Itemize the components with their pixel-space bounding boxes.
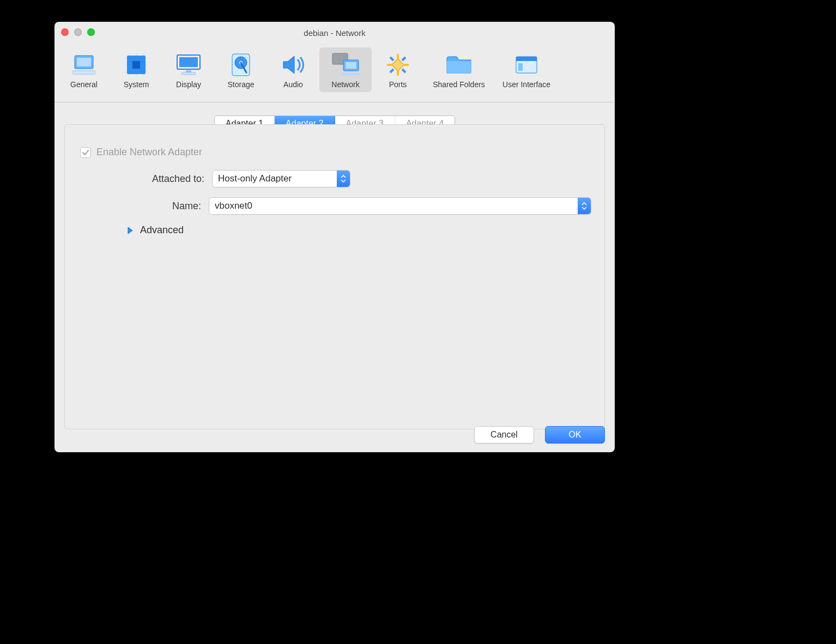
select-arrows-icon <box>578 198 591 214</box>
toolbar-item-storage[interactable]: Storage <box>215 47 267 92</box>
svg-rect-27 <box>341 73 361 75</box>
toolbar-item-network[interactable]: Network <box>319 47 372 92</box>
svg-rect-2 <box>72 71 95 74</box>
name-row: Name: vboxnet0 <box>78 197 591 215</box>
system-icon <box>110 51 162 79</box>
window-title: debian - Network <box>304 28 365 38</box>
adapter-panel: Enable Network Adapter Attached to: Host… <box>64 124 605 429</box>
toolbar-label: Display <box>162 80 215 89</box>
svg-rect-4 <box>132 61 140 69</box>
name-value: vboxnet0 <box>209 201 578 211</box>
toolbar-item-display[interactable]: Display <box>162 47 215 92</box>
name-select[interactable]: vboxnet0 <box>209 197 591 215</box>
advanced-toggle[interactable]: Advanced <box>127 224 591 236</box>
svg-rect-19 <box>186 70 191 72</box>
svg-rect-18 <box>179 57 198 67</box>
attached-to-value: Host-only Adapter <box>213 173 337 184</box>
toolbar-item-system[interactable]: System <box>110 47 162 92</box>
enable-adapter-checkbox[interactable] <box>80 147 91 158</box>
toolbar-item-audio[interactable]: Audio <box>267 47 319 92</box>
svg-rect-31 <box>516 57 537 61</box>
select-arrows-icon <box>337 171 350 187</box>
toolbar-item-general[interactable]: General <box>58 47 110 92</box>
toolbar-label: Audio <box>267 80 319 89</box>
general-icon <box>58 51 110 79</box>
name-label: Name: <box>78 201 209 212</box>
advanced-label: Advanced <box>140 224 184 236</box>
user-interface-icon <box>494 51 559 79</box>
minimize-button[interactable] <box>74 28 82 36</box>
attached-to-label: Attached to: <box>78 173 212 185</box>
toolbar-item-shared-folders[interactable]: Shared Folders <box>424 47 494 92</box>
audio-icon <box>267 51 319 79</box>
category-toolbar: General System Display Storage Audio <box>54 44 615 102</box>
svg-rect-20 <box>181 72 196 75</box>
toolbar-label: System <box>110 80 162 89</box>
shared-folders-icon <box>424 51 494 79</box>
display-icon <box>162 51 215 79</box>
toolbar-label: Shared Folders <box>424 80 494 89</box>
titlebar: debian - Network <box>54 22 615 44</box>
attached-to-select[interactable]: Host-only Adapter <box>212 170 350 187</box>
zoom-button[interactable] <box>87 28 95 36</box>
close-button[interactable] <box>61 28 69 36</box>
attached-to-row: Attached to: Host-only Adapter <box>78 170 591 187</box>
adapter-form: Attached to: Host-only Adapter Name: <box>78 170 591 236</box>
storage-icon <box>215 51 267 79</box>
enable-adapter-row: Enable Network Adapter <box>80 147 591 158</box>
content-area: Adapter 1 Adapter 2 Adapter 3 Adapter 4 … <box>54 102 615 439</box>
toolbar-label: Ports <box>372 80 424 89</box>
svg-rect-26 <box>346 62 356 69</box>
dialog-footer: Cancel OK <box>474 426 605 443</box>
window-controls <box>61 28 95 36</box>
toolbar-item-user-interface[interactable]: User Interface <box>494 47 559 92</box>
checkmark-icon <box>82 149 89 156</box>
cancel-button[interactable]: Cancel <box>474 426 534 443</box>
enable-adapter-label: Enable Network Adapter <box>96 147 202 158</box>
network-icon <box>319 51 372 79</box>
toolbar-label: User Interface <box>494 80 559 89</box>
settings-window: debian - Network General System Display <box>54 22 615 452</box>
toolbar-item-ports[interactable]: Ports <box>372 47 424 92</box>
disclosure-triangle-icon <box>127 227 134 234</box>
ok-button[interactable]: OK <box>545 426 605 443</box>
toolbar-label: Network <box>319 80 372 89</box>
svg-rect-1 <box>77 58 91 66</box>
svg-rect-29 <box>447 61 471 73</box>
ports-icon <box>372 51 424 79</box>
svg-rect-28 <box>392 59 404 71</box>
svg-rect-32 <box>518 63 523 71</box>
toolbar-label: General <box>58 80 110 89</box>
toolbar-label: Storage <box>215 80 267 89</box>
